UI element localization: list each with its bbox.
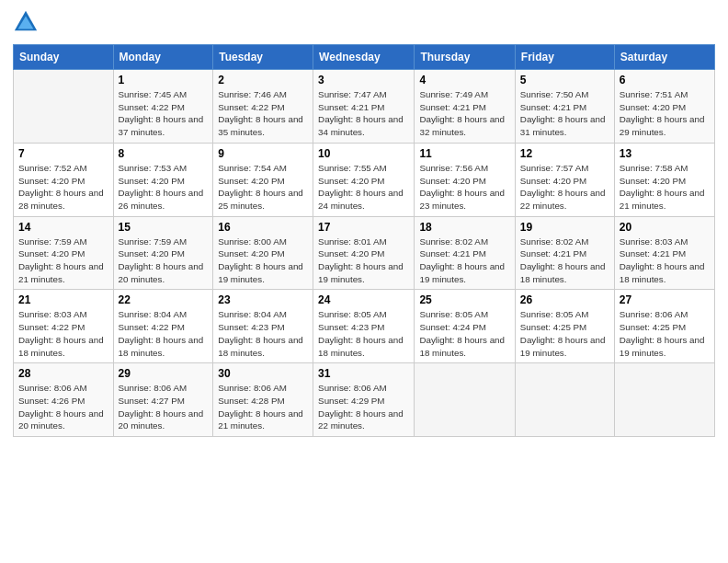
day-cell: [515, 363, 614, 437]
day-cell: 4Sunrise: 7:49 AMSunset: 4:21 PMDaylight…: [415, 70, 515, 144]
day-info: Sunrise: 7:56 AMSunset: 4:20 PMDaylight:…: [419, 162, 509, 213]
day-info: Sunrise: 7:49 AMSunset: 4:21 PMDaylight:…: [419, 88, 509, 139]
day-cell: 28Sunrise: 8:06 AMSunset: 4:26 PMDayligh…: [14, 363, 114, 437]
day-cell: 16Sunrise: 8:00 AMSunset: 4:20 PMDayligh…: [213, 216, 313, 290]
day-info: Sunrise: 8:05 AMSunset: 4:23 PMDaylight:…: [318, 308, 409, 359]
day-info: Sunrise: 8:01 AMSunset: 4:20 PMDaylight:…: [318, 236, 409, 286]
weekday-header-sunday: Sunday: [14, 45, 114, 70]
day-number: 1: [119, 74, 209, 86]
day-number: 26: [520, 293, 609, 306]
day-cell: 23Sunrise: 8:04 AMSunset: 4:23 PMDayligh…: [213, 290, 313, 363]
week-row-5: 28Sunrise: 8:06 AMSunset: 4:26 PMDayligh…: [14, 363, 715, 437]
day-number: 7: [18, 147, 108, 160]
day-cell: 21Sunrise: 8:03 AMSunset: 4:22 PMDayligh…: [14, 290, 114, 363]
day-cell: 14Sunrise: 7:59 AMSunset: 4:20 PMDayligh…: [14, 216, 114, 290]
day-cell: 26Sunrise: 8:05 AMSunset: 4:25 PMDayligh…: [515, 290, 614, 363]
week-row-2: 7Sunrise: 7:52 AMSunset: 4:20 PMDaylight…: [14, 143, 715, 216]
day-number: 14: [18, 221, 108, 234]
day-info: Sunrise: 7:53 AMSunset: 4:20 PMDaylight:…: [119, 162, 209, 213]
day-info: Sunrise: 7:55 AMSunset: 4:20 PMDaylight:…: [318, 162, 409, 213]
day-info: Sunrise: 7:50 AMSunset: 4:21 PMDaylight:…: [520, 88, 609, 139]
day-number: 28: [18, 367, 108, 380]
day-info: Sunrise: 8:02 AMSunset: 4:21 PMDaylight:…: [419, 236, 509, 286]
weekday-header-wednesday: Wednesday: [313, 45, 415, 70]
weekday-header-friday: Friday: [515, 45, 614, 70]
weekday-header-thursday: Thursday: [415, 45, 515, 70]
day-cell: [614, 363, 714, 437]
day-info: Sunrise: 7:57 AMSunset: 4:20 PMDaylight:…: [520, 162, 609, 213]
day-info: Sunrise: 8:03 AMSunset: 4:22 PMDaylight:…: [18, 308, 108, 359]
header: [13, 9, 715, 35]
day-cell: 17Sunrise: 8:01 AMSunset: 4:20 PMDayligh…: [313, 216, 415, 290]
day-cell: 11Sunrise: 7:56 AMSunset: 4:20 PMDayligh…: [415, 143, 515, 216]
logo-icon: [13, 9, 39, 35]
day-cell: 30Sunrise: 8:06 AMSunset: 4:28 PMDayligh…: [213, 363, 313, 437]
day-info: Sunrise: 8:06 AMSunset: 4:27 PMDaylight:…: [119, 382, 209, 432]
day-cell: 19Sunrise: 8:02 AMSunset: 4:21 PMDayligh…: [515, 216, 614, 290]
day-info: Sunrise: 7:59 AMSunset: 4:20 PMDaylight:…: [18, 236, 108, 286]
day-number: 25: [419, 293, 509, 306]
weekday-header-row: SundayMondayTuesdayWednesdayThursdayFrid…: [14, 45, 715, 70]
day-number: 19: [520, 221, 609, 234]
day-cell: 27Sunrise: 8:06 AMSunset: 4:25 PMDayligh…: [614, 290, 714, 363]
day-cell: 22Sunrise: 8:04 AMSunset: 4:22 PMDayligh…: [113, 290, 213, 363]
day-number: 21: [18, 293, 108, 306]
day-number: 11: [419, 147, 509, 160]
day-info: Sunrise: 7:54 AMSunset: 4:20 PMDaylight:…: [218, 162, 308, 213]
day-number: 15: [119, 221, 209, 234]
day-cell: 5Sunrise: 7:50 AMSunset: 4:21 PMDaylight…: [515, 70, 614, 144]
week-row-1: 1Sunrise: 7:45 AMSunset: 4:22 PMDaylight…: [14, 70, 715, 144]
day-number: 10: [318, 147, 409, 160]
day-number: 31: [318, 367, 409, 380]
day-number: 30: [218, 367, 308, 380]
day-number: 2: [218, 74, 308, 86]
day-cell: 1Sunrise: 7:45 AMSunset: 4:22 PMDaylight…: [113, 70, 213, 144]
day-info: Sunrise: 8:05 AMSunset: 4:25 PMDaylight:…: [520, 308, 609, 359]
weekday-header-tuesday: Tuesday: [213, 45, 313, 70]
day-number: 3: [318, 74, 409, 86]
day-cell: 20Sunrise: 8:03 AMSunset: 4:21 PMDayligh…: [614, 216, 714, 290]
day-info: Sunrise: 8:06 AMSunset: 4:29 PMDaylight:…: [318, 382, 409, 432]
day-number: 20: [620, 221, 710, 234]
weekday-header-monday: Monday: [113, 45, 213, 70]
day-number: 6: [620, 74, 710, 86]
day-number: 12: [520, 147, 609, 160]
day-info: Sunrise: 7:47 AMSunset: 4:21 PMDaylight:…: [318, 88, 409, 139]
day-info: Sunrise: 8:06 AMSunset: 4:25 PMDaylight:…: [620, 308, 710, 359]
logo: [13, 9, 42, 35]
page-container: SundayMondayTuesdayWednesdayThursdayFrid…: [0, 0, 728, 446]
day-cell: 29Sunrise: 8:06 AMSunset: 4:27 PMDayligh…: [113, 363, 213, 437]
day-cell: 24Sunrise: 8:05 AMSunset: 4:23 PMDayligh…: [313, 290, 415, 363]
day-cell: 18Sunrise: 8:02 AMSunset: 4:21 PMDayligh…: [415, 216, 515, 290]
week-row-3: 14Sunrise: 7:59 AMSunset: 4:20 PMDayligh…: [14, 216, 715, 290]
day-cell: [415, 363, 515, 437]
day-cell: 2Sunrise: 7:46 AMSunset: 4:22 PMDaylight…: [213, 70, 313, 144]
day-number: 29: [119, 367, 209, 380]
day-info: Sunrise: 8:05 AMSunset: 4:24 PMDaylight:…: [419, 308, 509, 359]
week-row-4: 21Sunrise: 8:03 AMSunset: 4:22 PMDayligh…: [14, 290, 715, 363]
day-cell: 8Sunrise: 7:53 AMSunset: 4:20 PMDaylight…: [113, 143, 213, 216]
day-cell: 9Sunrise: 7:54 AMSunset: 4:20 PMDaylight…: [213, 143, 313, 216]
day-number: 13: [620, 147, 710, 160]
day-number: 22: [119, 293, 209, 306]
weekday-header-saturday: Saturday: [614, 45, 714, 70]
day-number: 18: [419, 221, 509, 234]
day-cell: 15Sunrise: 7:59 AMSunset: 4:20 PMDayligh…: [113, 216, 213, 290]
day-cell: 6Sunrise: 7:51 AMSunset: 4:20 PMDaylight…: [614, 70, 714, 144]
day-number: 27: [620, 293, 710, 306]
day-number: 24: [318, 293, 409, 306]
day-number: 4: [419, 74, 509, 86]
day-number: 8: [119, 147, 209, 160]
day-cell: 7Sunrise: 7:52 AMSunset: 4:20 PMDaylight…: [14, 143, 114, 216]
day-info: Sunrise: 8:06 AMSunset: 4:28 PMDaylight:…: [218, 382, 308, 432]
day-cell: 12Sunrise: 7:57 AMSunset: 4:20 PMDayligh…: [515, 143, 614, 216]
day-info: Sunrise: 7:46 AMSunset: 4:22 PMDaylight:…: [218, 88, 308, 139]
calendar: SundayMondayTuesdayWednesdayThursdayFrid…: [13, 44, 715, 437]
day-cell: 10Sunrise: 7:55 AMSunset: 4:20 PMDayligh…: [313, 143, 415, 216]
day-info: Sunrise: 8:00 AMSunset: 4:20 PMDaylight:…: [218, 236, 308, 286]
day-info: Sunrise: 7:58 AMSunset: 4:20 PMDaylight:…: [620, 162, 710, 213]
day-number: 5: [520, 74, 609, 86]
day-cell: [14, 70, 114, 144]
day-info: Sunrise: 7:59 AMSunset: 4:20 PMDaylight:…: [119, 236, 209, 286]
day-info: Sunrise: 8:04 AMSunset: 4:23 PMDaylight:…: [218, 308, 308, 359]
